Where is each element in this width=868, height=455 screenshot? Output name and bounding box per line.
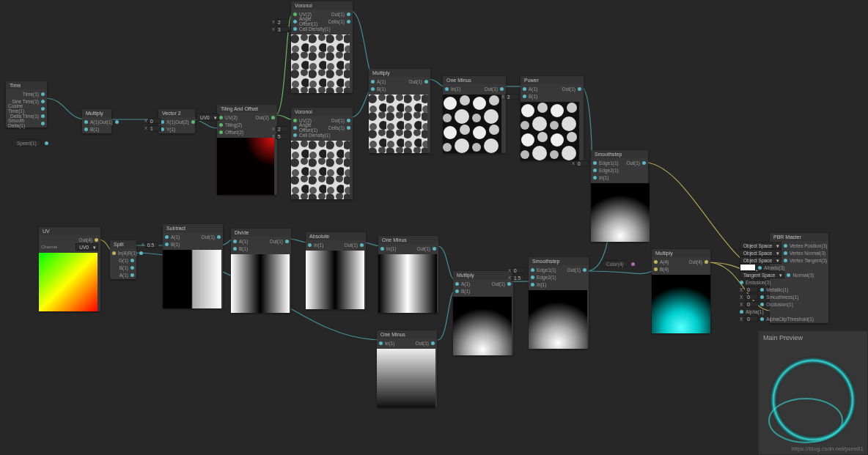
main-preview-title: Main Preview <box>759 331 867 344</box>
svg-rect-15 <box>521 102 579 160</box>
node-voronoi-2[interactable]: Voronoi UV(2)Out(1) Angle Offset(1)Cells… <box>291 108 353 199</box>
svg-rect-22 <box>377 349 435 407</box>
node-absolute[interactable]: Absolute In(1)Out(1) <box>306 232 366 309</box>
svg-rect-16 <box>591 183 650 242</box>
svg-rect-11 <box>291 34 350 93</box>
svg-point-26 <box>769 356 857 444</box>
main-preview-canvas <box>762 347 864 450</box>
pbr-port: X0AlphaClipThreshold(1) <box>740 315 829 322</box>
pbr-port: Albedo(3) <box>740 264 829 271</box>
preview-divide <box>231 254 290 313</box>
pbr-port: Object SpaceVertex Tangent(3) <box>740 256 829 264</box>
preview-one-minus-1 <box>443 95 501 153</box>
svg-rect-19 <box>231 254 290 313</box>
pbr-port: X0Metallic(1) <box>740 286 829 293</box>
pill-color[interactable]: Color(4) <box>601 260 628 267</box>
preview-absolute <box>306 251 364 309</box>
preview-power <box>521 102 579 160</box>
preview-one-minus-2 <box>378 254 437 313</box>
svg-rect-18 <box>163 250 221 308</box>
node-one-minus-3[interactable]: One Minus In(1)Out(1) <box>377 330 437 407</box>
preview-tiling <box>217 138 274 195</box>
svg-rect-17 <box>39 253 98 311</box>
pbr-port: X0Occlusion(1) <box>740 300 829 308</box>
node-time[interactable]: Time Time(1) Sine Time(1) Cosine Time(1)… <box>6 81 47 127</box>
node-multiply-1[interactable]: Multiply A(1)Out(1) B(1) <box>82 109 111 133</box>
node-smoothstep-1[interactable]: Smoothstep Edge1(1)Out(1) Edge2(1) In(1) <box>591 150 648 242</box>
svg-rect-13 <box>369 95 427 153</box>
pbr-port: Object SpaceVertex Normal(3) <box>740 249 829 256</box>
node-power[interactable]: Power A(1)Out(1) B(1) <box>521 76 584 160</box>
preview-uv <box>39 253 98 311</box>
svg-rect-10 <box>217 138 274 195</box>
pbr-port: X0Smoothness(1) <box>740 293 829 300</box>
preview-multiply-3 <box>453 297 512 355</box>
preview-smoothstep-2 <box>529 290 587 349</box>
pbr-port: Object SpaceVertex Position(3) <box>740 242 829 249</box>
pbr-port: Alpha(1) <box>740 308 829 315</box>
preview-smoothstep-1 <box>591 183 650 242</box>
main-preview-panel[interactable]: Main Preview <box>758 330 868 455</box>
node-tiling-offset[interactable]: Tiling And Offset UV(2)Out(2) Tiling(2) … <box>217 105 277 195</box>
node-uv[interactable]: UV Out(4) ChannelUV0 <box>39 227 100 311</box>
pill-speed[interactable]: Speed(1) <box>12 139 42 147</box>
node-title: Time <box>6 81 47 89</box>
node-subtract[interactable]: Subtract A(1)Out(1) B(1) <box>163 224 223 308</box>
svg-rect-24 <box>529 290 587 349</box>
pbr-port: Emission(3) <box>740 278 829 286</box>
preview-subtract <box>163 250 221 308</box>
preview-voronoi-1 <box>291 34 350 93</box>
node-one-minus-2[interactable]: One Minus In(1)Out(1) <box>378 236 438 313</box>
node-voronoi-1[interactable]: Voronoi UV(2)Out(1) Angle Offset(1)Cells… <box>291 1 353 93</box>
svg-rect-14 <box>443 95 501 153</box>
node-one-minus-1[interactable]: One Minus In(1)Out(1) <box>443 76 506 153</box>
svg-rect-21 <box>378 254 437 313</box>
svg-rect-23 <box>453 297 512 355</box>
node-vector2[interactable]: Vector 2 X(1)Out(2) Y(1) <box>158 109 195 133</box>
node-split[interactable]: Split In(4)R(1) G(1) B(1) A(1) <box>110 240 136 279</box>
svg-rect-20 <box>306 251 364 309</box>
node-pbr-master[interactable]: PBR Master Object SpaceVertex Position(3… <box>770 233 828 323</box>
node-multiply-4[interactable]: Multiply A(4)Out(4) B(4) <box>652 249 710 333</box>
svg-rect-25 <box>652 275 710 333</box>
node-divide[interactable]: Divide A(1)Out(1) B(1) <box>231 229 291 313</box>
pbr-port: Tangent SpaceNormal(3) <box>740 271 829 278</box>
preview-one-minus-3 <box>377 349 435 407</box>
watermark: https://blog.csdn.net/pure81 <box>791 445 864 452</box>
node-multiply-2[interactable]: Multiply A(1)Out(1) B(1) <box>369 69 430 153</box>
node-smoothstep-2[interactable]: Smoothstep Edge1(1)Out(1) Edge2(1) In(1) <box>529 257 589 349</box>
preview-multiply-2 <box>369 95 427 153</box>
svg-rect-12 <box>291 141 350 199</box>
preview-voronoi-2 <box>291 141 350 199</box>
preview-multiply-4 <box>652 275 710 333</box>
node-multiply-3[interactable]: Multiply A(1)Out(1) B(1) <box>453 271 513 355</box>
